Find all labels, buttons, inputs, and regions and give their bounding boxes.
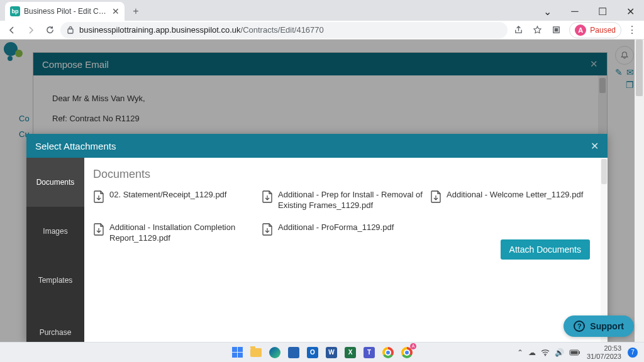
pdf-icon: [262, 190, 273, 203]
svg-rect-5: [579, 351, 580, 354]
lock-icon: [67, 26, 74, 34]
document-label: Additional - Welcome Letter_1129.pdf: [447, 190, 583, 200]
viewport-scrollbar[interactable]: [635, 40, 644, 342]
browser-chrome: bp Business Pilot - Edit Contract ✕ + ⌄ …: [0, 0, 644, 40]
tab-purchase[interactable]: Purchase: [26, 305, 84, 342]
document-label: Additional - Installation Completion Rep…: [109, 222, 254, 244]
notification-count[interactable]: 7: [628, 348, 638, 358]
scroll-thumb[interactable]: [601, 159, 607, 184]
bookmark-icon[interactable]: [529, 22, 545, 38]
window-minimize-icon[interactable]: ─: [561, 2, 589, 21]
excel-icon[interactable]: X: [342, 344, 358, 361]
document-item[interactable]: 02. Statement/Receipt_1129.pdf: [93, 190, 254, 211]
support-label: Support: [590, 321, 624, 331]
support-button[interactable]: ? Support: [564, 315, 634, 337]
tab-images[interactable]: Images: [26, 207, 84, 256]
document-item[interactable]: Additional - ProForma_1129.pdf: [262, 222, 423, 244]
onedrive-icon[interactable]: ☁: [528, 348, 536, 357]
word-icon[interactable]: W: [323, 344, 340, 361]
kebab-menu-icon[interactable]: ⋮: [624, 22, 640, 38]
system-tray: ⌃ ☁ 🔊 20:53 31/07/2023 7: [517, 344, 644, 359]
clock-date: 31/07/2023: [587, 353, 621, 360]
start-button[interactable]: [229, 344, 245, 361]
section-title: Documents: [93, 168, 591, 181]
profile-badge[interactable]: A Paused: [569, 22, 621, 38]
reload-button[interactable]: [42, 22, 58, 38]
window-maximize-icon[interactable]: ☐: [589, 2, 616, 21]
edge-icon[interactable]: [267, 344, 283, 361]
battery-icon[interactable]: [569, 349, 580, 356]
document-label: Additional - ProForma_1129.pdf: [278, 222, 394, 233]
forward-button: [23, 22, 39, 38]
pdf-icon: [430, 190, 441, 203]
toolbar: businesspilottraining.app.businesspilot.…: [0, 21, 644, 40]
taskbar: O W X T A ⌃ ☁ 🔊 20:53 31/07/2023 7: [0, 342, 644, 362]
teams-icon[interactable]: T: [361, 344, 377, 361]
avatar-icon: A: [575, 25, 586, 36]
file-explorer-icon[interactable]: [248, 344, 264, 361]
tab-favicon: bp: [10, 6, 20, 16]
pdf-icon: [93, 223, 104, 236]
browser-tab[interactable]: bp Business Pilot - Edit Contract ✕: [5, 2, 125, 21]
clock-time: 20:53: [587, 344, 621, 352]
tab-documents[interactable]: Documents: [26, 158, 84, 207]
tab-strip: bp Business Pilot - Edit Contract ✕ + ⌄ …: [0, 0, 644, 21]
modal-scrollbar[interactable]: [601, 158, 608, 342]
attachments-modal: Select Attachments ✕ Documents Images Te…: [26, 134, 608, 342]
document-label: Additional - Prep for Install - Removal …: [278, 190, 423, 211]
new-tab-button[interactable]: +: [127, 3, 145, 20]
clock[interactable]: 20:53 31/07/2023: [587, 344, 621, 359]
address-bar[interactable]: businesspilottraining.app.businesspilot.…: [60, 22, 508, 38]
pdf-icon: [93, 190, 104, 203]
attach-documents-button[interactable]: Attach Documents: [501, 239, 590, 260]
extension-icon[interactable]: [548, 22, 564, 38]
svg-rect-6: [570, 351, 577, 354]
taskbar-apps: O W X T A: [229, 344, 415, 361]
back-button[interactable]: [4, 22, 20, 38]
tab-templates[interactable]: Templates: [26, 256, 84, 305]
scroll-thumb[interactable]: [636, 40, 643, 96]
store-icon[interactable]: [286, 344, 302, 361]
help-icon: ?: [574, 321, 585, 332]
wifi-icon[interactable]: [541, 349, 550, 356]
outlook-icon[interactable]: O: [304, 344, 321, 361]
tray-chevron-icon[interactable]: ⌃: [517, 348, 523, 357]
svg-point-3: [545, 354, 546, 356]
svg-rect-0: [68, 29, 73, 33]
url-text: businesspilottraining.app.businesspilot.…: [79, 25, 324, 35]
window-controls: ⌄ ─ ☐ ✕: [533, 2, 644, 21]
profile-status: Paused: [590, 26, 616, 35]
tab-close-icon[interactable]: ✕: [112, 8, 119, 15]
document-grid: 02. Statement/Receipt_1129.pdf Additiona…: [93, 190, 591, 244]
attachments-header: Select Attachments ✕: [26, 134, 608, 158]
document-item[interactable]: Additional - Prep for Install - Removal …: [262, 190, 423, 211]
document-item[interactable]: Additional - Welcome Letter_1129.pdf: [430, 190, 591, 211]
volume-icon[interactable]: 🔊: [555, 348, 564, 357]
document-label: 02. Statement/Receipt_1129.pdf: [109, 190, 226, 200]
window-close-icon[interactable]: ✕: [616, 2, 644, 21]
window-chevron-icon[interactable]: ⌄: [533, 2, 561, 21]
tab-title: Business Pilot - Edit Contract: [24, 7, 108, 16]
attachments-body: Documents Images Templates Purchase Docu…: [26, 158, 608, 342]
attachments-title: Select Attachments: [35, 141, 116, 151]
app-viewport: Co Cu ✎ ✉ ❐ Compose Email ✕ Dear Mr & Mi…: [0, 40, 644, 342]
chrome-active-icon[interactable]: A: [399, 344, 415, 361]
attachments-tabs: Documents Images Templates Purchase: [26, 158, 84, 342]
chrome-icon[interactable]: [380, 344, 396, 361]
attachments-close-icon[interactable]: ✕: [591, 140, 599, 152]
svg-rect-2: [554, 28, 558, 32]
attachments-main: Documents 02. Statement/Receipt_1129.pdf…: [84, 158, 608, 342]
share-icon[interactable]: [510, 22, 526, 38]
document-item[interactable]: Additional - Installation Completion Rep…: [93, 222, 254, 244]
pdf-icon: [262, 223, 273, 236]
